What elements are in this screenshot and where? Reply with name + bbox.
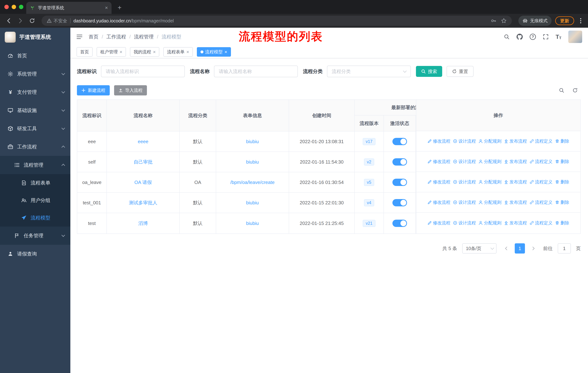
github-icon[interactable]: [516, 34, 523, 40]
tag-my-process[interactable]: 我的流程 ×: [130, 47, 159, 57]
process-name-input[interactable]: [214, 66, 298, 77]
close-icon[interactable]: ×: [120, 50, 122, 54]
action-definition[interactable]: 流程定义: [529, 220, 552, 226]
action-publish[interactable]: 发布流程: [504, 179, 527, 185]
user-avatar[interactable]: [568, 30, 582, 43]
close-icon[interactable]: ×: [225, 50, 227, 54]
sidebar-item-workflow[interactable]: 工作流程: [0, 138, 70, 156]
reset-button[interactable]: 重置: [447, 66, 473, 77]
action-edit[interactable]: 修改流程: [427, 138, 450, 144]
sidebar-item-process-management[interactable]: 流程管理: [0, 156, 70, 174]
close-icon[interactable]: ×: [186, 50, 189, 54]
collapse-sidebar-icon[interactable]: [76, 33, 83, 40]
create-process-button[interactable]: 新建流程: [77, 85, 110, 95]
action-delete[interactable]: 删除: [555, 220, 569, 226]
next-page-icon[interactable]: [529, 243, 538, 253]
cell-form-info[interactable]: biubiu: [216, 131, 289, 151]
action-user[interactable]: 分配规则: [478, 179, 501, 185]
active-toggle[interactable]: [392, 138, 407, 145]
fullscreen-icon[interactable]: [543, 34, 549, 40]
back-icon[interactable]: [4, 16, 14, 26]
sidebar-item-leave-query[interactable]: 请假查询: [0, 245, 70, 263]
page-size-select[interactable]: 10条/页: [462, 243, 496, 253]
action-definition[interactable]: 流程定义: [529, 179, 552, 185]
update-button[interactable]: 更新: [555, 16, 574, 25]
action-design[interactable]: 设计流程: [453, 179, 476, 185]
cell-process-name[interactable]: 滔博: [107, 213, 180, 233]
page-number-button[interactable]: 1: [515, 243, 525, 253]
search-button[interactable]: 搜索: [416, 66, 442, 77]
action-delete[interactable]: 删除: [555, 138, 569, 144]
sidebar-item-dev-tools[interactable]: 研发工具: [0, 120, 70, 138]
process-key-input[interactable]: [101, 66, 185, 77]
action-user[interactable]: 分配规则: [478, 220, 501, 226]
security-warning[interactable]: 不安全: [47, 18, 67, 24]
active-toggle[interactable]: [392, 199, 407, 206]
tag-process-form[interactable]: 流程表单 ×: [163, 47, 193, 57]
action-user[interactable]: 分配规则: [478, 159, 501, 164]
action-publish[interactable]: 发布流程: [504, 138, 527, 144]
tag-home[interactable]: 首页: [77, 47, 93, 57]
toggle-search-icon[interactable]: [559, 88, 564, 93]
action-publish[interactable]: 发布流程: [504, 159, 527, 164]
action-edit[interactable]: 修改流程: [427, 220, 450, 226]
font-size-icon[interactable]: TT: [556, 34, 561, 40]
help-icon[interactable]: ?: [530, 34, 536, 40]
maximize-window-button[interactable]: [19, 5, 23, 9]
cell-process-name[interactable]: OA 请假: [107, 172, 180, 192]
cell-process-name[interactable]: eeee: [107, 131, 180, 151]
breadcrumb-item[interactable]: 首页: [89, 33, 98, 40]
sidebar-item-process-model[interactable]: 流程模型: [0, 209, 70, 227]
cell-form-info[interactable]: /bpm/oa/leave/create: [216, 172, 289, 192]
breadcrumb-item[interactable]: 流程管理: [134, 33, 154, 40]
action-delete[interactable]: 删除: [555, 179, 569, 185]
browser-menu-icon[interactable]: [577, 17, 584, 25]
action-delete[interactable]: 删除: [555, 159, 569, 164]
sidebar-item-payment[interactable]: ¥ 支付管理: [0, 83, 70, 101]
close-icon[interactable]: ×: [153, 50, 156, 54]
sidebar-item-task-management[interactable]: 任务管理: [0, 227, 70, 245]
tab-close-icon[interactable]: ×: [105, 5, 108, 10]
active-toggle[interactable]: [392, 220, 407, 227]
minimize-window-button[interactable]: [12, 5, 16, 9]
cell-form-info[interactable]: biubiu: [216, 193, 289, 213]
sidebar-item-home[interactable]: 首页: [0, 47, 70, 65]
password-key-icon[interactable]: [491, 18, 496, 24]
active-toggle[interactable]: [392, 179, 407, 186]
action-edit[interactable]: 修改流程: [427, 200, 450, 205]
cell-process-name[interactable]: 测试多审批人: [107, 193, 180, 213]
sidebar-item-system[interactable]: 系统管理: [0, 65, 70, 83]
action-definition[interactable]: 流程定义: [529, 200, 552, 205]
action-edit[interactable]: 修改流程: [427, 179, 450, 185]
breadcrumb-item[interactable]: 工作流程: [106, 33, 126, 40]
tag-tenant-management[interactable]: 租户管理 ×: [97, 47, 126, 57]
process-category-select[interactable]: 流程分类: [327, 66, 411, 77]
forward-icon[interactable]: [15, 16, 26, 26]
action-definition[interactable]: 流程定义: [529, 138, 552, 144]
action-design[interactable]: 设计流程: [453, 159, 476, 164]
tag-process-model[interactable]: 流程模型 ×: [197, 47, 231, 57]
import-process-button[interactable]: 导入流程: [114, 85, 147, 95]
browser-tab[interactable]: 芋道管理系统 ×: [26, 2, 112, 14]
goto-page-input[interactable]: [558, 243, 571, 253]
action-publish[interactable]: 发布流程: [504, 200, 527, 205]
action-design[interactable]: 设计流程: [453, 200, 476, 205]
address-bar[interactable]: 不安全 dashboard.yudao.iocoder.cn/bpm/manag…: [42, 16, 512, 26]
action-delete[interactable]: 删除: [555, 200, 569, 205]
action-user[interactable]: 分配规则: [478, 200, 501, 205]
action-design[interactable]: 设计流程: [453, 138, 476, 144]
sidebar-item-user-group[interactable]: 用户分组: [0, 192, 70, 209]
action-design[interactable]: 设计流程: [453, 220, 476, 226]
action-edit[interactable]: 修改流程: [427, 159, 450, 164]
sidebar-item-process-form[interactable]: 流程表单: [0, 174, 70, 192]
new-tab-button[interactable]: +: [115, 2, 125, 13]
cell-process-name[interactable]: 自己审批: [107, 152, 180, 172]
action-definition[interactable]: 流程定义: [529, 159, 552, 164]
search-icon[interactable]: [504, 34, 510, 40]
action-user[interactable]: 分配规则: [478, 138, 501, 144]
cell-form-info[interactable]: biubiu: [216, 213, 289, 233]
cell-form-info[interactable]: biubiu: [216, 152, 289, 172]
reload-icon[interactable]: [27, 16, 37, 26]
close-window-button[interactable]: [4, 5, 9, 9]
active-toggle[interactable]: [392, 158, 407, 166]
